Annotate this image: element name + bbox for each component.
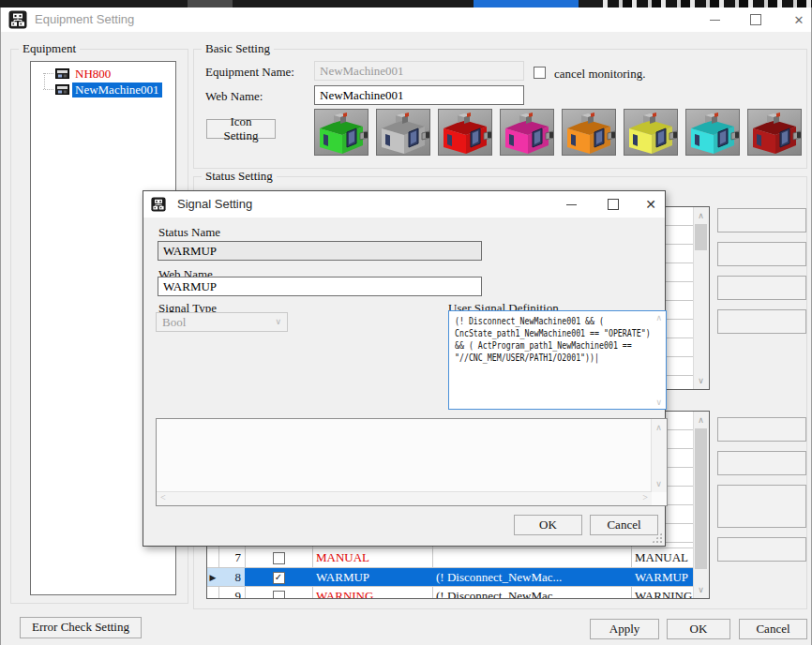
scroll-left-icon[interactable]: <	[160, 492, 166, 502]
background-segment	[188, 0, 233, 8]
tree-item[interactable]: NewMachine001	[35, 82, 173, 98]
scroll-up-icon[interactable]: ∧	[694, 413, 708, 427]
cancel-button[interactable]: Cancel	[739, 619, 807, 639]
error-check-setting-button[interactable]: Error Check Setting	[20, 617, 142, 638]
result-vertical-scrollbar[interactable]: ∧ ∨	[651, 419, 667, 492]
dialog-maximize-button[interactable]	[601, 194, 625, 215]
status-name-field[interactable]: WARMUP	[158, 241, 482, 261]
apply-button[interactable]: Apply	[590, 619, 659, 639]
side-button[interactable]	[717, 208, 806, 232]
web-name-field[interactable]: NewMachine001	[314, 85, 524, 105]
signal-type-dropdown[interactable]: Bool ∨	[156, 312, 288, 332]
status-name-cell: WARNING	[312, 587, 432, 598]
machine-darkred[interactable]	[747, 109, 802, 156]
side-button[interactable]	[717, 276, 806, 300]
web-name-cell: WARNING	[631, 587, 694, 598]
row-selector-cell[interactable]	[207, 548, 218, 567]
scroll-down-icon[interactable]: ∨	[694, 374, 708, 387]
scroll-right-icon[interactable]: >	[642, 492, 648, 502]
dialog-minimize-button[interactable]	[559, 194, 583, 215]
maximize-icon	[750, 14, 761, 25]
tree-branch-dots	[43, 89, 53, 90]
machine-green[interactable]	[314, 109, 368, 156]
side-button[interactable]	[717, 242, 806, 266]
machine-icon	[377, 110, 429, 155]
row-checkbox-cell	[245, 548, 312, 567]
result-horizontal-scrollbar[interactable]: < >	[157, 491, 652, 505]
signal-definition-cell	[432, 548, 631, 567]
dialog-titlebar: Signal Setting ✕	[143, 191, 665, 218]
status-detail-scrollbar[interactable]: ∧ ∨	[693, 412, 709, 598]
row-selector-cell[interactable]	[207, 587, 218, 598]
background-segment-blue	[474, 0, 579, 8]
minimize-icon	[566, 204, 577, 205]
machine-icon	[624, 110, 677, 155]
side-button[interactable]	[717, 417, 806, 442]
side-button[interactable]	[717, 451, 806, 475]
side-button[interactable]	[717, 309, 806, 334]
status-buttons-bottom	[717, 417, 806, 562]
web-name-field[interactable]: WARMUP	[158, 277, 482, 296]
maximize-icon	[608, 199, 619, 210]
row-selector-cell[interactable]: ▶	[207, 568, 218, 587]
machine-orange[interactable]	[562, 109, 616, 156]
close-button[interactable]: ✕	[788, 9, 810, 30]
icon-setting-button[interactable]: Icon Setting	[206, 119, 276, 139]
background-window-strip	[0, 0, 812, 8]
scroll-up-icon[interactable]: ∧	[655, 313, 662, 322]
machine-cyan[interactable]	[685, 109, 740, 156]
machine-mini-icon	[55, 68, 69, 80]
machine-icon-row	[314, 109, 802, 156]
maximize-button[interactable]	[743, 9, 769, 30]
machine-icon	[315, 110, 368, 155]
scrollbar-thumb[interactable]	[695, 224, 707, 250]
dialog-title: Signal Setting	[177, 191, 252, 218]
side-button[interactable]	[717, 485, 806, 528]
main-titlebar: Equipment Setting ✕	[1, 8, 811, 32]
signal-type-value: Bool	[162, 315, 186, 329]
row-checkbox[interactable]	[273, 591, 285, 599]
truncated-cell-text	[669, 376, 694, 389]
machine-icon	[563, 110, 615, 155]
row-checkbox[interactable]: ✓	[273, 572, 285, 584]
scrollbar-thumb[interactable]	[695, 428, 707, 569]
app-icon	[8, 10, 27, 29]
result-textarea[interactable]: ∧ ∨ < >	[156, 418, 668, 506]
truncated-cell-text	[669, 320, 694, 338]
scroll-down-icon[interactable]: ∨	[694, 583, 708, 596]
cancel-monitoring-label: cancel monitoring.	[554, 67, 645, 82]
equipment-name-label: Equipment Name:	[205, 65, 294, 80]
cancel-monitoring-checkbox[interactable]	[534, 67, 546, 79]
machine-yellow[interactable]	[624, 109, 678, 156]
table-row[interactable]: ▶ 8 ✓ WARMUP (! Disconnect_NewMac... WAR…	[207, 567, 694, 587]
minimize-icon	[710, 20, 720, 21]
row-checkbox-cell	[245, 587, 312, 598]
side-button[interactable]	[717, 537, 806, 562]
scroll-down-icon[interactable]: ∨	[655, 398, 662, 407]
dialog-close-button[interactable]: ✕	[639, 194, 663, 215]
dialog-ok-button[interactable]: OK	[514, 515, 582, 535]
table-row[interactable]: 7 MANUAL MANUAL	[207, 548, 694, 567]
table-row[interactable]: 9 WARNING (! Disconnect_NewMac WARNING	[207, 586, 694, 598]
status-setting-label: Status Setting	[202, 169, 277, 184]
user-signal-definition-textarea[interactable]: (! Disconnect_NewMachine001 && ( CncStat…	[448, 310, 667, 410]
minimize-button[interactable]	[701, 9, 728, 30]
equipment-group-label: Equipment	[19, 41, 80, 56]
machine-red[interactable]	[438, 109, 492, 156]
status-name-label: Status Name	[158, 225, 220, 240]
tree-item-label: NH800	[72, 67, 113, 82]
tree-item[interactable]: NH800	[35, 66, 173, 82]
equipment-tree-items: NH800 NewMachine001	[35, 66, 173, 98]
scroll-up-icon[interactable]: ∧	[694, 209, 708, 222]
ok-button[interactable]: OK	[667, 619, 730, 639]
scroll-down-icon[interactable]: ∨	[652, 477, 666, 490]
machine-icon	[501, 110, 553, 155]
tree-item-label: NewMachine001	[72, 82, 162, 98]
row-checkbox[interactable]	[273, 552, 285, 564]
machine-silver[interactable]	[376, 109, 430, 156]
status-table-scrollbar[interactable]: ∧ ∨	[693, 207, 709, 389]
window-title: Equipment Setting	[35, 8, 134, 32]
dialog-cancel-button[interactable]: Cancel	[590, 515, 658, 535]
scroll-up-icon[interactable]: ∧	[652, 421, 666, 434]
machine-magenta[interactable]	[500, 109, 554, 156]
